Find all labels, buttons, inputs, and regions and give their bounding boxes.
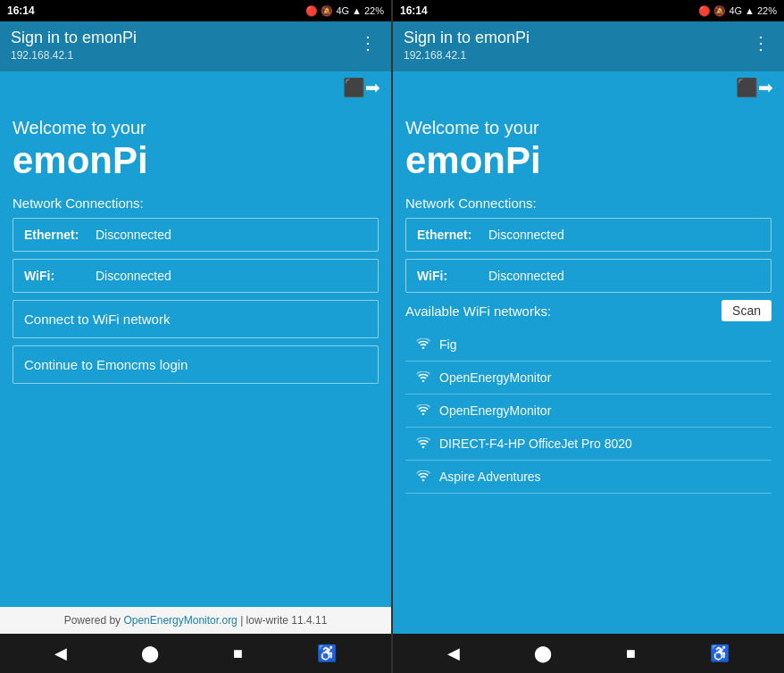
wifi-signal-icon bbox=[416, 469, 430, 484]
app-bar-1: Sign in to emonPi 192.168.42.1 ⋮ bbox=[0, 21, 391, 71]
signal-bars-2: ▲ bbox=[745, 5, 755, 16]
wifi-card-1: WiFi: Disconnected bbox=[13, 259, 379, 293]
time-1: 16:14 bbox=[7, 4, 35, 17]
brand-title-2: emonPi bbox=[405, 140, 771, 181]
network-section-label-1: Network Connections: bbox=[13, 195, 379, 211]
wifi-network-name: DIRECT-F4-HP OfficeJet Pro 8020 bbox=[439, 436, 632, 451]
ethernet-card-2: Ethernet: Disconnected bbox=[405, 218, 771, 252]
home-button-1[interactable]: ⬤ bbox=[141, 644, 159, 663]
accessibility-button-1[interactable]: ♿ bbox=[317, 644, 337, 663]
battery-2: 22% bbox=[757, 5, 777, 16]
wifi-status-1: Disconnected bbox=[96, 269, 171, 283]
app-title-1: Sign in to emonPi bbox=[11, 29, 137, 47]
panel-1: 16:14 🔴 🔕 4G ▲ 22% Sign in to emonPi 192… bbox=[0, 0, 391, 673]
overflow-menu-2[interactable]: ⋮ bbox=[748, 29, 773, 57]
wifi-label-2: WiFi: bbox=[417, 269, 488, 283]
app-title-2: Sign in to emonPi bbox=[404, 29, 530, 47]
available-label: Available WiFi networks: bbox=[405, 303, 551, 319]
main-content-1: Welcome to your emonPi Network Connectio… bbox=[0, 104, 391, 607]
login-banner-1: ⬛➡ bbox=[0, 71, 391, 104]
wifi-network-item[interactable]: OpenEnergyMonitor bbox=[405, 361, 771, 395]
wifi-network-list: Fig OpenEnergyMonitor Open bbox=[405, 328, 771, 494]
login-icon-2[interactable]: ⬛➡ bbox=[736, 77, 773, 98]
wifi-signal-icon bbox=[416, 337, 430, 352]
wifi-label-1: WiFi: bbox=[24, 269, 96, 283]
ethernet-card-1: Ethernet: Disconnected bbox=[13, 218, 379, 252]
wifi-card-2: WiFi: Disconnected bbox=[405, 259, 771, 293]
signal-bars: ▲ bbox=[352, 5, 362, 16]
connect-wifi-button[interactable]: Connect to WiFi network bbox=[13, 300, 379, 338]
app-subtitle-1: 192.168.42.1 bbox=[11, 49, 137, 62]
home-button-2[interactable]: ⬤ bbox=[534, 644, 552, 663]
ethernet-status-2: Disconnected bbox=[488, 228, 564, 242]
wifi-network-item[interactable]: Aspire Adventures bbox=[405, 461, 771, 494]
brand-suffix-2: Pi bbox=[505, 139, 541, 181]
app-bar-titles-2: Sign in to emonPi 192.168.42.1 bbox=[404, 29, 530, 62]
wifi-network-name: OpenEnergyMonitor bbox=[439, 370, 551, 385]
main-content-2: Welcome to your emonPi Network Connectio… bbox=[393, 104, 784, 634]
brand-prefix-1: emon bbox=[13, 139, 113, 181]
scan-button[interactable]: Scan bbox=[721, 300, 771, 321]
signal-4g-2: 4G bbox=[729, 5, 742, 16]
recent-button-2[interactable]: ■ bbox=[626, 644, 636, 663]
wifi-network-item[interactable]: Fig bbox=[405, 328, 771, 361]
wifi-network-item[interactable]: OpenEnergyMonitor bbox=[405, 395, 771, 428]
bell-icon-2: 🔕 bbox=[713, 5, 726, 17]
ethernet-label-1: Ethernet: bbox=[24, 228, 96, 242]
footer-version-1: low-write 11.4.11 bbox=[246, 614, 328, 627]
wifi-signal-icon bbox=[416, 403, 430, 418]
network-section-label-2: Network Connections: bbox=[405, 195, 771, 211]
record-icon: 🔴 bbox=[305, 5, 318, 17]
footer-1: Powered by OpenEnergyMonitor.org | low-w… bbox=[0, 607, 391, 634]
ethernet-status-1: Disconnected bbox=[96, 228, 171, 242]
recent-button-1[interactable]: ■ bbox=[233, 644, 243, 663]
bell-icon: 🔕 bbox=[321, 5, 333, 17]
brand-title-1: emonPi bbox=[13, 140, 379, 181]
record-icon-2: 🔴 bbox=[698, 5, 711, 17]
available-header: Available WiFi networks: Scan bbox=[405, 300, 771, 321]
wifi-network-item[interactable]: DIRECT-F4-HP OfficeJet Pro 8020 bbox=[405, 428, 771, 461]
login-icon-1[interactable]: ⬛➡ bbox=[343, 77, 380, 98]
back-button-1[interactable]: ◀ bbox=[54, 644, 67, 663]
nav-bar-2: ◀ ⬤ ■ ♿ bbox=[393, 634, 784, 673]
login-banner-2: ⬛➡ bbox=[393, 71, 784, 104]
app-subtitle-2: 192.168.42.1 bbox=[404, 49, 530, 62]
wifi-signal-icon bbox=[416, 436, 430, 451]
status-icons-1: 🔴 🔕 4G ▲ 22% bbox=[305, 5, 384, 17]
brand-suffix-1: Pi bbox=[113, 139, 148, 181]
wifi-network-name: Fig bbox=[439, 337, 456, 352]
panel-2: 16:14 🔴 🔕 4G ▲ 22% Sign in to emonPi 192… bbox=[393, 0, 784, 673]
time-2: 16:14 bbox=[400, 4, 428, 17]
app-bar-titles-1: Sign in to emonPi 192.168.42.1 bbox=[11, 29, 137, 62]
status-bar-2: 16:14 🔴 🔕 4G ▲ 22% bbox=[393, 0, 784, 21]
brand-prefix-2: emon bbox=[405, 139, 505, 181]
battery-1: 22% bbox=[364, 5, 384, 16]
wifi-status-2: Disconnected bbox=[488, 269, 564, 283]
wifi-signal-icon bbox=[416, 370, 430, 385]
wifi-network-name: Aspire Adventures bbox=[439, 469, 541, 484]
footer-link-1[interactable]: OpenEnergyMonitor.org bbox=[123, 614, 237, 627]
nav-bar-1: ◀ ⬤ ■ ♿ bbox=[0, 634, 391, 673]
welcome-text-1: Welcome to your bbox=[13, 118, 379, 138]
ethernet-label-2: Ethernet: bbox=[417, 228, 488, 242]
welcome-text-2: Welcome to your bbox=[405, 118, 771, 138]
status-bar-1: 16:14 🔴 🔕 4G ▲ 22% bbox=[0, 0, 391, 21]
wifi-network-name: OpenEnergyMonitor bbox=[439, 403, 551, 418]
accessibility-button-2[interactable]: ♿ bbox=[710, 644, 730, 663]
footer-separator-1: | bbox=[238, 614, 246, 627]
signal-4g: 4G bbox=[336, 5, 349, 16]
footer-text-1: Powered by bbox=[64, 614, 124, 627]
continue-emoncms-button[interactable]: Continue to Emoncms login bbox=[13, 345, 379, 384]
app-bar-2: Sign in to emonPi 192.168.42.1 ⋮ bbox=[393, 21, 784, 71]
back-button-2[interactable]: ◀ bbox=[447, 644, 460, 663]
status-icons-2: 🔴 🔕 4G ▲ 22% bbox=[698, 5, 777, 17]
overflow-menu-1[interactable]: ⋮ bbox=[355, 29, 380, 57]
